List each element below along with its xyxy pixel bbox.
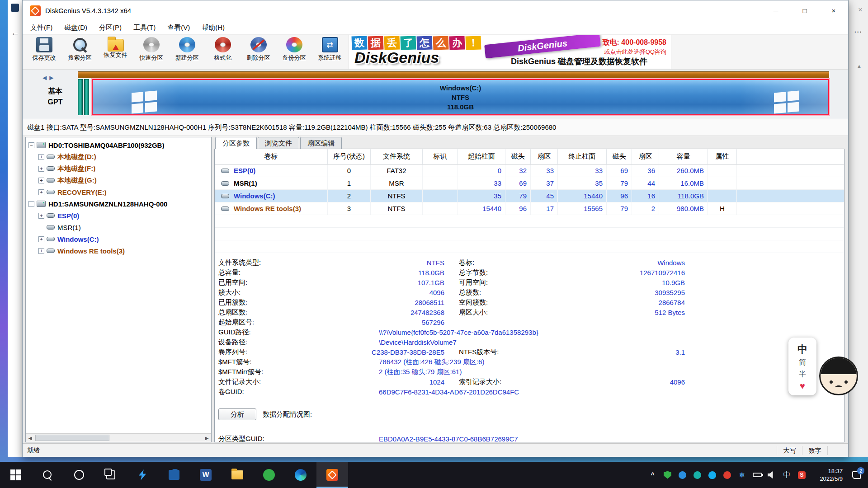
column-header[interactable]: 扇区 (531, 149, 558, 164)
scroll-left-icon[interactable]: ◀ (26, 434, 34, 442)
tray-sogou[interactable]: S (794, 462, 809, 488)
toolbar-quick-partition[interactable]: 快速分区 (133, 35, 169, 69)
tree-item[interactable]: +本地磁盘(G:) (26, 174, 211, 186)
column-header[interactable]: 终止柱面 (558, 149, 607, 164)
tree-item[interactable]: −HD0:TOSHIBAMQ04ABF100(932GB) (26, 139, 211, 151)
ime-simplified-indicator[interactable]: 简 (788, 357, 816, 368)
tray-volume[interactable] (764, 462, 779, 488)
expand-icon[interactable]: + (38, 236, 44, 242)
toolbar-system-migration[interactable]: 系统迁移 (312, 35, 348, 69)
heart-icon[interactable]: ♥ (788, 380, 816, 392)
scrollbar-thumb[interactable] (35, 435, 109, 441)
collapse-icon[interactable]: − (28, 142, 34, 148)
table-row[interactable]: ESP(0)0FAT3203233336936260.0MB (215, 164, 844, 177)
table-row[interactable]: Windows RE tools(3)3NTFS1544096171556579… (215, 202, 844, 215)
tree-item[interactable]: +Windows RE tools(3) (26, 245, 211, 257)
menu-partition[interactable]: 分区(P) (93, 21, 127, 35)
ad-banner[interactable]: 数据丢了怎么办！ DiskGenius DiskGenius 致电: 400-0… (349, 35, 671, 69)
tree-item[interactable]: +ESP(0) (26, 210, 211, 221)
tree-item[interactable]: −HD1:SAMSUNGMZNLN128HAHQ-000 (26, 198, 211, 210)
column-header[interactable]: 磁头 (607, 149, 632, 164)
menu-tools[interactable]: 工具(T) (127, 21, 161, 35)
tray-shield[interactable] (660, 462, 675, 488)
column-header[interactable]: 属性 (708, 149, 737, 164)
tree-item[interactable]: +本地磁盘(F:) (26, 163, 211, 174)
ime-floating-widget[interactable]: 中 简 半 ♥ (788, 338, 858, 395)
toolbar-delete-partition[interactable]: 删除分区 (241, 35, 276, 69)
taskbar-edge-button[interactable] (285, 462, 316, 488)
column-header[interactable]: 扇区 (632, 149, 659, 164)
expand-icon[interactable]: + (38, 178, 44, 183)
toolbar-save-changes[interactable]: 保存更改 (26, 35, 62, 69)
toolbar-new-partition[interactable]: 新建分区 (169, 35, 205, 69)
msr-partition-block[interactable] (84, 79, 89, 115)
tray-ime[interactable]: 中 (779, 462, 794, 488)
notification-center-button[interactable]: 2 (845, 471, 867, 479)
toolbar-format[interactable]: 格式化 (205, 35, 241, 69)
taskbar-search-button[interactable] (32, 462, 63, 488)
expand-icon[interactable]: + (38, 154, 44, 160)
menu-disk[interactable]: 磁盘(D) (58, 21, 93, 35)
tree-item[interactable]: +RECOVERY(E:) (26, 186, 211, 198)
analyze-button[interactable]: 分析 (218, 408, 256, 420)
column-header[interactable]: 序号(状态) (328, 149, 371, 164)
toolbar-recover-files[interactable]: 恢复文件 (98, 35, 133, 69)
tree-item[interactable]: −MSR(1) (26, 221, 211, 233)
tray-battery[interactable] (750, 462, 764, 488)
taskbar-clock[interactable]: 18:37 2022/5/9 (809, 467, 845, 483)
tree-item[interactable]: +本地磁盘(D:) (26, 151, 211, 163)
expand-icon[interactable]: + (38, 213, 44, 219)
back-arrow-icon[interactable]: ← (11, 28, 19, 38)
ime-half-width-indicator[interactable]: 半 (788, 368, 816, 380)
taskbar-task-view-button[interactable] (95, 462, 127, 488)
column-header[interactable]: 卷标 (215, 149, 328, 164)
tray-qq[interactable] (705, 462, 720, 488)
toolbar-search-partition[interactable]: 搜索分区 (62, 35, 98, 69)
minimize-button[interactable]: ─ (761, 0, 790, 21)
windows-partition-block[interactable]: Windows(C:) NTFS 118.0GB (92, 79, 829, 115)
disk-prev-icon[interactable]: ◀ (42, 75, 49, 81)
tree-horizontal-scrollbar[interactable]: ◀ ▶ (26, 433, 211, 442)
tab-分区参数[interactable]: 分区参数 (215, 137, 257, 149)
tray-chevron[interactable]: ^ (645, 462, 660, 488)
tab-扇区编辑[interactable]: 扇区编辑 (300, 137, 342, 149)
column-header[interactable]: 容量 (659, 149, 708, 164)
taskbar-green-app-button[interactable] (253, 462, 285, 488)
close-button[interactable]: × (819, 0, 848, 21)
table-cell: 69 (607, 164, 632, 177)
tray-circle-red[interactable] (720, 462, 735, 488)
maximize-button[interactable]: □ (790, 0, 819, 21)
menu-file[interactable]: 文件(F) (24, 21, 58, 35)
tray-snowflake[interactable]: ❄ (735, 462, 750, 488)
column-header[interactable]: 标识 (423, 149, 458, 164)
scrollbar-track[interactable] (34, 434, 203, 442)
taskbar-feishu-button[interactable] (127, 462, 158, 488)
menu-view[interactable]: 查看(V) (161, 21, 196, 35)
collapse-icon[interactable]: − (28, 201, 34, 207)
column-header[interactable]: 文件系统 (371, 149, 423, 164)
tab-浏览文件[interactable]: 浏览文件 (258, 137, 299, 149)
expand-icon[interactable]: + (38, 166, 44, 172)
column-header[interactable]: 磁头 (505, 149, 531, 164)
expand-icon[interactable]: + (38, 189, 44, 195)
taskbar-diskgenius-button[interactable] (316, 462, 348, 488)
table-row[interactable]: Windows(C:)2NTFS357945154409616118.0GB (215, 190, 844, 202)
expand-icon[interactable]: + (38, 248, 44, 254)
toolbar-backup-partition[interactable]: 备份分区 (276, 35, 312, 69)
taskbar-file-explorer-button[interactable] (222, 462, 253, 488)
tray-circle-blue[interactable] (675, 462, 690, 488)
start-button[interactable] (0, 462, 32, 488)
table-row[interactable]: MSR(1)1MSR33693735794416.0MB (215, 177, 844, 190)
disk-next-icon[interactable]: ▶ (49, 75, 56, 81)
taskbar-word-button[interactable]: W (190, 462, 222, 488)
esp-partition-block[interactable] (78, 79, 83, 115)
tree-item[interactable]: +Windows(C:) (26, 233, 211, 245)
tray-circle-teal[interactable] (690, 462, 705, 488)
banner-qq-link[interactable]: 或点击此处选择QQ咨询 (604, 48, 666, 56)
menu-help[interactable]: 帮助(H) (196, 21, 231, 35)
column-header[interactable]: 起始柱面 (458, 149, 505, 164)
taskbar-store-button[interactable] (158, 462, 190, 488)
scroll-right-icon[interactable]: ▶ (203, 434, 211, 442)
ime-mode-indicator[interactable]: 中 (788, 342, 816, 357)
taskbar-cortana-button[interactable] (63, 462, 95, 488)
